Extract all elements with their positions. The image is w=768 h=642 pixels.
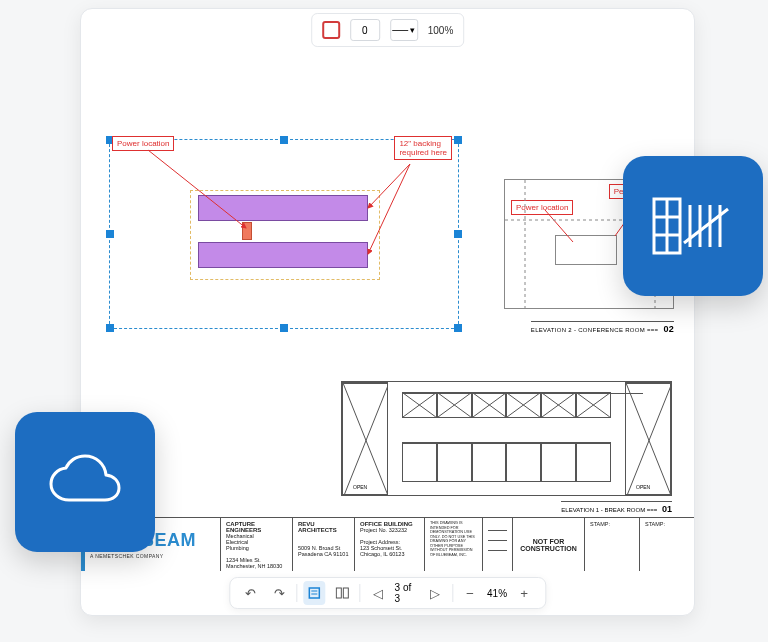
separator — [359, 584, 360, 602]
selection-bounds[interactable]: Power location 12" backing required here — [109, 139, 459, 329]
construction-status: NOT FOR CONSTRUCTION — [513, 518, 585, 571]
title-block: BLUEBEAM A NEMETSCHEK COMPANY CAPTURE EN… — [81, 517, 694, 571]
cloud-feature-card[interactable] — [15, 412, 155, 552]
elevation-caption-right: ELEVATION 2 - CONFERENCE ROOM === 02 — [531, 321, 674, 334]
app-window: ▾ 100% Power location 12" backing requir… — [80, 8, 695, 616]
svg-rect-28 — [343, 588, 348, 598]
svg-rect-24 — [309, 588, 319, 598]
cloud-icon — [45, 454, 125, 510]
markup-rect[interactable] — [198, 195, 368, 221]
next-page-button[interactable]: ▷ — [424, 581, 446, 605]
prev-page-button[interactable]: ◁ — [366, 581, 388, 605]
tally-grid-icon — [652, 191, 734, 261]
svg-line-10 — [626, 383, 670, 494]
page-indicator: 3 of 3 — [395, 582, 418, 604]
color-swatch[interactable] — [322, 21, 340, 39]
svg-rect-27 — [336, 588, 341, 598]
separator — [452, 584, 453, 602]
zoom-in-button[interactable]: + — [513, 581, 535, 605]
resize-handle[interactable] — [454, 230, 462, 238]
zoom-label: 100% — [428, 25, 454, 36]
callout-mini-power: Power location — [511, 200, 573, 215]
markup-outlet[interactable] — [242, 222, 252, 240]
markup-rect[interactable] — [198, 242, 368, 268]
resize-handle[interactable] — [106, 324, 114, 332]
line-style-dropdown[interactable]: ▾ — [390, 19, 418, 41]
undo-button[interactable]: ↶ — [240, 581, 262, 605]
zoom-indicator: 41% — [487, 588, 507, 599]
elevation-break-room: OPEN OPEN — [341, 381, 672, 496]
drawing-canvas[interactable]: Power location 12" backing required here… — [81, 49, 694, 571]
separator — [296, 584, 297, 602]
page-nav-bar: ↶ ↷ ◁ 3 of 3 ▷ − 41% + — [229, 577, 546, 609]
callout-backing[interactable]: 12" backing required here — [394, 136, 452, 160]
door-open-label: OPEN — [353, 484, 367, 490]
resize-handle[interactable] — [454, 136, 462, 144]
door-open-label: OPEN — [636, 484, 650, 490]
brand-subtitle: A NEMETSCHEK COMPANY — [90, 553, 163, 559]
markup-toolbar: ▾ 100% — [311, 13, 465, 47]
callout-power[interactable]: Power location — [112, 136, 174, 151]
view-single-button[interactable] — [303, 581, 325, 605]
svg-line-8 — [343, 383, 387, 494]
resize-handle[interactable] — [106, 230, 114, 238]
zoom-out-button[interactable]: − — [459, 581, 481, 605]
resize-handle[interactable] — [280, 136, 288, 144]
stroke-width-input[interactable] — [350, 19, 380, 41]
resize-handle[interactable] — [280, 324, 288, 332]
resize-handle[interactable] — [454, 324, 462, 332]
count-feature-card[interactable] — [623, 156, 763, 296]
view-multi-button[interactable] — [331, 581, 353, 605]
redo-button[interactable]: ↷ — [268, 581, 290, 605]
elevation-caption-lower: ELEVATION 1 - BREAK ROOM === 01 — [561, 501, 672, 514]
